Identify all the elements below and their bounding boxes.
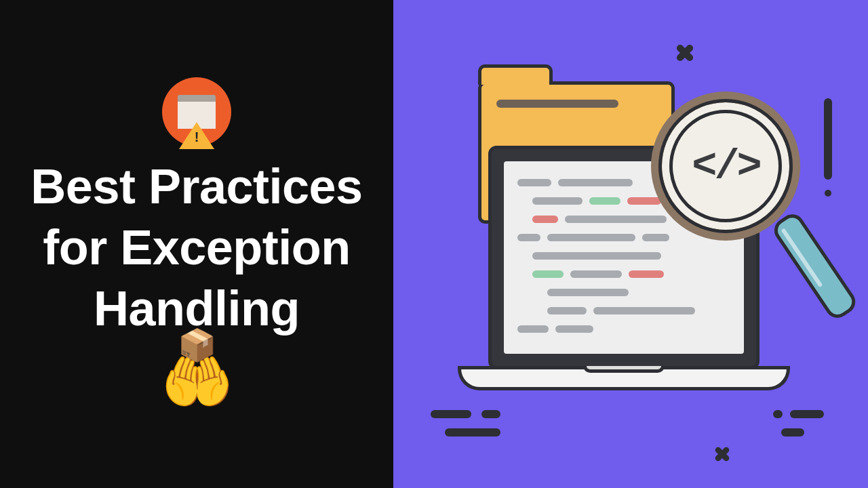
sparkle-icon [665,33,705,73]
exclamation-line [824,98,832,180]
decoration-dash [773,410,783,418]
decoration-dash [445,428,500,436]
thumbnail-stage: ! Best Practices for Exception Handling … [0,0,868,488]
laptop-base [458,366,790,390]
sparkle-icon [705,437,740,472]
decoration-dash [781,428,804,436]
exclamation-dot [825,190,831,197]
warning-browser-icon: ! [162,77,231,146]
decoration-dash [431,410,471,418]
laptop-code-illustration: </> [393,0,868,488]
decoration-dash [790,410,824,418]
headline-text: Best Practices for Exception Handling [16,156,377,339]
right-panel: </> [393,0,868,488]
magnifier-lens-icon: </> [651,92,800,241]
left-panel: ! Best Practices for Exception Handling … [0,0,393,488]
caring-hands-emoji: 📦 🤲 [161,352,233,411]
magnifier-handle [770,209,860,323]
decoration-dash [481,410,500,418]
